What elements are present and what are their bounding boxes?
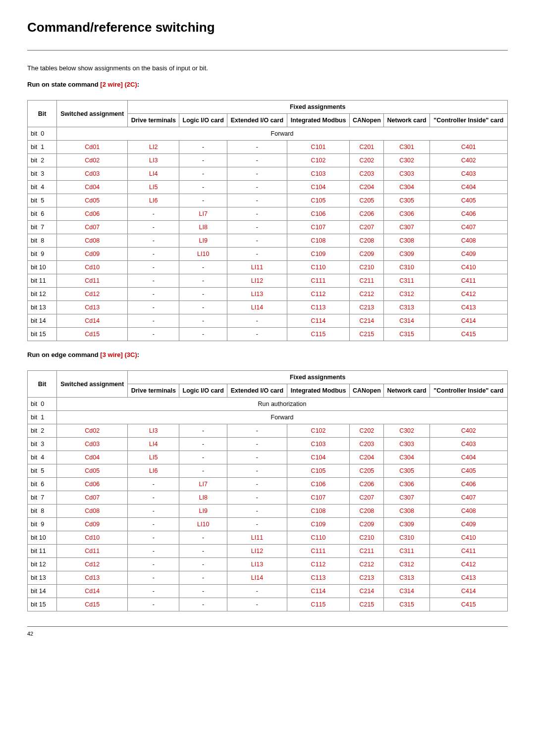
- cell-canopen: C202: [350, 424, 384, 438]
- cell-network: C303: [384, 167, 429, 181]
- table-row: bit 7Cd07-LI8-C107C207C307C407: [28, 491, 508, 504]
- cell-logic: LI10: [179, 518, 227, 531]
- cell-modbus: C110: [287, 261, 350, 274]
- cell-logic: -: [179, 288, 227, 301]
- cell-switched: Cd06: [57, 207, 128, 221]
- cell-value: C210: [359, 264, 374, 271]
- cell-value: Cd15: [85, 331, 100, 338]
- cell-value: -: [202, 427, 204, 434]
- cell-canopen: C206: [350, 207, 384, 221]
- cell-extio: LI11: [227, 261, 287, 274]
- cell-extio: -: [227, 464, 287, 478]
- cell-value: C315: [399, 601, 414, 608]
- cell-value: C314: [399, 588, 414, 595]
- cell-controller: C408: [429, 504, 507, 518]
- cell-canopen: C205: [350, 464, 384, 478]
- cell-controller: C409: [429, 518, 507, 531]
- table-row: bit 3Cd03LI4--C103C203C303C403: [28, 167, 508, 181]
- sub2-pre: Run on edge command: [27, 351, 100, 358]
- cell-value: C401: [461, 144, 476, 151]
- cell-value: C101: [311, 144, 326, 151]
- cell-controller: C411: [429, 545, 507, 558]
- cell-controller: C412: [429, 558, 507, 571]
- cell-value: -: [153, 251, 155, 257]
- cell-switched: Cd13: [57, 571, 128, 585]
- table-row: bit 2Cd02LI3--C102C202C302C402: [28, 154, 508, 167]
- cell-bit: bit 9: [28, 518, 57, 531]
- cell-network: C306: [384, 207, 429, 221]
- cell-bit: bit 11: [28, 545, 57, 558]
- cell-network: C313: [384, 301, 429, 314]
- cell-network: C310: [384, 261, 429, 274]
- cell-drive: -: [128, 491, 179, 504]
- col-logic: Logic I/O card: [179, 114, 227, 127]
- cell-value: C212: [359, 561, 374, 568]
- cell-value: Cd09: [85, 521, 100, 528]
- sub1-post: :: [137, 81, 139, 88]
- cell-modbus: C105: [287, 464, 350, 478]
- cell-controller: C409: [429, 248, 507, 261]
- cell-drive: LI5: [128, 451, 179, 464]
- cell-logic: -: [179, 314, 227, 328]
- cell-logic: LI9: [179, 234, 227, 248]
- cell-value: C208: [359, 237, 374, 244]
- cell-logic: -: [179, 558, 227, 571]
- cell-extio: LI13: [227, 288, 287, 301]
- cell-value: -: [256, 224, 258, 231]
- cell-value: LI10: [197, 521, 209, 528]
- cell-canopen: C212: [350, 558, 384, 571]
- cell-canopen: C205: [350, 194, 384, 207]
- cell-value: Cd13: [85, 574, 100, 581]
- cell-value: C211: [359, 277, 374, 284]
- cell-value: -: [256, 331, 258, 338]
- cell-value: LI14: [251, 574, 263, 581]
- cell-value: C208: [359, 507, 374, 514]
- cell-value: LI14: [251, 304, 263, 311]
- cell-bit: bit 15: [28, 328, 57, 341]
- cell-value: -: [256, 507, 258, 514]
- cell-value: -: [153, 304, 155, 311]
- cell-logic: -: [179, 571, 227, 585]
- cell-modbus: C112: [287, 288, 350, 301]
- cell-value: -: [256, 494, 258, 501]
- cell-drive: LI6: [128, 464, 179, 478]
- cell-value: -: [256, 170, 258, 177]
- col-drive: Drive terminals: [128, 114, 179, 127]
- cell-logic: LI8: [179, 491, 227, 504]
- cell-modbus: C104: [287, 451, 350, 464]
- cell-value: Cd07: [85, 494, 100, 501]
- cell-controller: C410: [429, 261, 507, 274]
- cell-value: -: [256, 184, 258, 191]
- cell-drive: -: [128, 571, 179, 585]
- cell-switched: Cd10: [57, 531, 128, 545]
- table-row: bit 11Cd11--LI12C111C211C311C411: [28, 274, 508, 288]
- table-row: bit 10Cd10--LI11C110C210C310C410: [28, 531, 508, 545]
- cell-value: C204: [359, 184, 374, 191]
- cell-bit: bit 3: [28, 167, 57, 181]
- cell-logic: -: [179, 274, 227, 288]
- cell-extio: -: [227, 438, 287, 451]
- cell-value: C412: [461, 291, 476, 298]
- cell-value: C306: [399, 210, 414, 217]
- cell-controller: C414: [429, 314, 507, 328]
- cell-logic: -: [179, 194, 227, 207]
- cell-value: -: [256, 588, 258, 595]
- cell-extio: LI11: [227, 531, 287, 545]
- cell-switched: Cd06: [57, 478, 128, 491]
- cell-drive: -: [128, 531, 179, 545]
- table-row: bit 9Cd09-LI10-C109C209C309C409: [28, 248, 508, 261]
- cell-value: C104: [311, 184, 326, 191]
- cell-span: Forward: [57, 127, 508, 141]
- cell-value: LI9: [199, 507, 208, 514]
- table-row: bit 10Cd10--LI11C110C210C310C410: [28, 261, 508, 274]
- cell-value: C114: [311, 588, 326, 595]
- cell-logic: -: [179, 438, 227, 451]
- col-bit: Bit: [28, 101, 57, 127]
- cell-value: C403: [461, 441, 476, 448]
- table-2: BitSwitched assignmentFixed assignmentsD…: [27, 370, 508, 611]
- cell-value: -: [153, 237, 155, 244]
- cell-drive: -: [128, 261, 179, 274]
- cell-extio: -: [227, 585, 287, 598]
- cell-value: C206: [359, 210, 374, 217]
- cell-modbus: C105: [287, 194, 350, 207]
